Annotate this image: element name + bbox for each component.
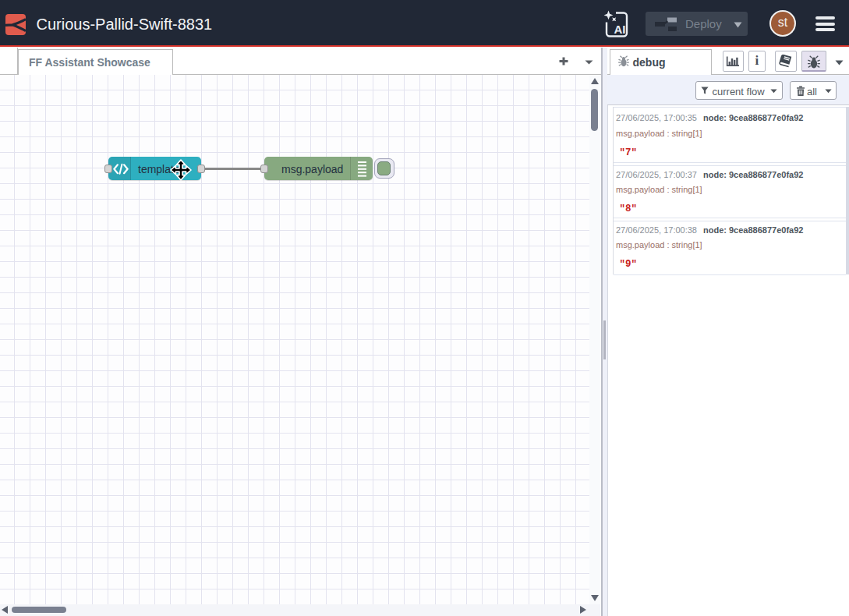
svg-text:AI: AI [614,23,626,36]
